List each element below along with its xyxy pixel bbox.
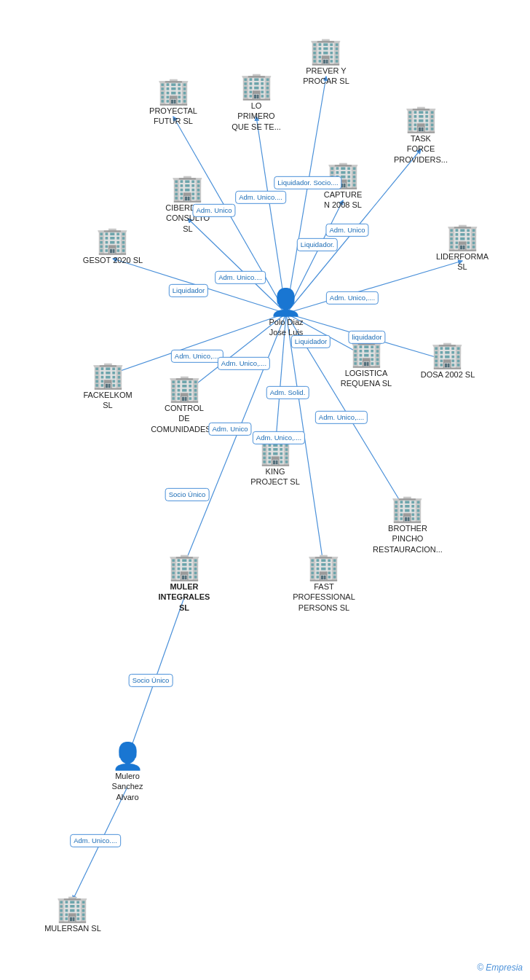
badge-adm-unico-4[interactable]: Adm. Unico....: [215, 270, 266, 284]
svg-line-0: [286, 77, 326, 313]
badge-label-10[interactable]: liquidador: [348, 331, 385, 344]
badge-adm-unico-9[interactable]: Adm. Unico: [208, 421, 251, 436]
building-icon-ciberdata: 🏢: [165, 175, 210, 201]
badge-liquidador-4[interactable]: liquidador: [348, 329, 385, 344]
node-liderforma[interactable]: 🏢 LIDERFORMA SL: [436, 224, 489, 273]
badge-label-8[interactable]: Adm. Unico,....: [326, 291, 379, 305]
badge-label-15[interactable]: Adm. Unico: [208, 423, 251, 436]
node-lo-primero[interactable]: 🏢 LO PRIMERO QUE SE TE...: [232, 73, 281, 132]
label-gesot-2020: GESOT 2020 SL: [83, 255, 143, 265]
badge-adm-unico-7[interactable]: Adm. Unico,....: [218, 356, 270, 370]
badge-label-11[interactable]: Adm. Unico,....: [171, 350, 224, 363]
badge-adm-unico-10[interactable]: Adm. Unico,....: [253, 430, 305, 444]
label-fast-professional: FAST PROFESSIONAL PERSONS SL: [293, 581, 355, 613]
node-mulero-sanchez[interactable]: 👤 Mulero Sanchez Alvaro: [111, 743, 144, 802]
person-icon-mulero: 👤: [111, 743, 144, 769]
label-liderforma: LIDERFORMA SL: [436, 251, 489, 273]
label-mulero-sanchez: Mulero Sanchez Alvaro: [111, 771, 144, 802]
badge-label-4[interactable]: Adm. Unico: [325, 224, 368, 237]
label-lo-primero: LO PRIMERO QUE SE TE...: [232, 101, 281, 132]
badge-label-6[interactable]: Adm. Unico....: [215, 271, 266, 284]
label-muler-integrales: MULER INTEGRALES SL: [159, 581, 210, 613]
node-task-force[interactable]: 🏢 TASK FORCE PROVIDERS...: [394, 106, 448, 165]
badge-label-14[interactable]: Adm. Unico,....: [315, 411, 368, 424]
badge-label-1[interactable]: Liquidador. Socio....: [274, 176, 341, 189]
graph-container: 👤 Polo Diaz Jose Luis 👤 Mulero Sanchez A…: [0, 0, 530, 980]
badge-adm-unico-8[interactable]: Adm. Unico,....: [315, 409, 368, 424]
building-icon-brother: 🏢: [373, 495, 443, 522]
badge-adm-unico-11[interactable]: Adm. Unico....: [70, 833, 121, 847]
node-polo-diaz[interactable]: 👤 Polo Diaz Jose Luis: [269, 289, 303, 338]
building-icon-prever: 🏢: [303, 38, 349, 64]
label-brother-pincho: BROTHER PINCHO RESTAURACION...: [373, 523, 443, 554]
building-icon-muler-red: 🏢: [159, 554, 210, 580]
building-icon-lo-primero: 🏢: [232, 73, 281, 99]
badge-label-7[interactable]: Liquidador: [169, 284, 208, 297]
badge-liquidador-1[interactable]: Liquidador.: [297, 237, 338, 251]
badge-label-13[interactable]: Adm. Solid.: [266, 386, 309, 399]
building-icon-task-force: 🏢: [394, 106, 448, 132]
node-proyectal-futur[interactable]: 🏢 PROYECTAL FUTUR SL: [149, 78, 197, 127]
badge-label-18[interactable]: Socio Único: [129, 674, 173, 687]
node-mulersan[interactable]: 🏢 MULERSAN SL: [44, 895, 101, 933]
badge-liquidador-socio[interactable]: Liquidador. Socio....: [274, 175, 341, 189]
node-fast-professional[interactable]: 🏢 FAST PROFESSIONAL PERSONS SL: [293, 554, 355, 613]
badge-label-9[interactable]: Liquidador: [291, 335, 331, 348]
badge-label-16[interactable]: Adm. Unico,....: [253, 431, 305, 444]
badge-adm-unico-3[interactable]: Adm. Unico: [325, 222, 368, 237]
label-task-force: TASK FORCE PROVIDERS...: [394, 133, 448, 165]
building-icon-liderforma: 🏢: [436, 224, 489, 250]
label-mulersan: MULERSAN SL: [44, 923, 101, 933]
building-icon-control: 🏢: [151, 375, 218, 401]
label-king-project: KING PROJECT SL: [250, 466, 300, 487]
node-gesot-2020[interactable]: 🏢 GESOT 2020 SL: [83, 227, 143, 265]
badge-label-2[interactable]: Adm. Unico....: [235, 191, 286, 204]
person-icon-polo: 👤: [269, 289, 303, 315]
building-icon-proyectal: 🏢: [149, 78, 197, 104]
node-logistica-requena[interactable]: 🏢 LOGISTICA REQUENA SL: [341, 340, 392, 389]
label-logistica-requena: LOGISTICA REQUENA SL: [341, 368, 392, 389]
watermark: © Empresia: [477, 963, 523, 973]
building-icon-dosa: 🏢: [421, 342, 475, 368]
node-control-comunidades[interactable]: 🏢 CONTROL DE COMUNIDADES...: [151, 375, 218, 434]
building-icon-fast: 🏢: [293, 554, 355, 580]
node-prever-procar[interactable]: 🏢 PREVER Y PROCAR SL: [303, 38, 349, 87]
badge-liquidador-2[interactable]: Liquidador: [169, 283, 208, 297]
node-muler-integrales[interactable]: 🏢 MULER INTEGRALES SL: [159, 554, 210, 613]
badge-label-3[interactable]: Adm. Unico: [192, 204, 235, 217]
badge-adm-unico-6[interactable]: Adm. Unico,....: [171, 348, 224, 363]
label-capture-2008: CAPTURE N 2008 SL: [324, 189, 363, 211]
building-icon-mulersan: 🏢: [44, 895, 101, 922]
label-dosa-2002: DOSA 2002 SL: [421, 369, 475, 380]
badge-adm-solid[interactable]: Adm. Solid.: [266, 385, 309, 399]
badge-label-17[interactable]: Socio Único: [165, 488, 210, 501]
badge-label-19[interactable]: Adm. Unico....: [70, 834, 121, 847]
badge-socio-unico-2[interactable]: Socio Único: [129, 673, 173, 687]
building-icon-gesot: 🏢: [83, 227, 143, 254]
node-brother-pincho[interactable]: 🏢 BROTHER PINCHO RESTAURACION...: [373, 495, 443, 554]
badge-adm-unico-1[interactable]: Adm. Unico....: [235, 189, 286, 204]
badge-label-5[interactable]: Liquidador.: [297, 238, 338, 251]
label-prever-procar: PREVER Y PROCAR SL: [303, 66, 349, 87]
label-control-comunidades: CONTROL DE COMUNIDADES...: [151, 403, 218, 434]
badge-adm-unico-2[interactable]: Adm. Unico: [192, 203, 235, 217]
building-icon-fackelkom: 🏢: [83, 362, 132, 388]
badge-liquidador-3[interactable]: Liquidador: [291, 334, 331, 348]
node-dosa-2002[interactable]: 🏢 DOSA 2002 SL: [421, 342, 475, 380]
node-fackelkom[interactable]: 🏢 FACKELKOM SL: [83, 362, 132, 411]
node-king-project[interactable]: 🏢 KING PROJECT SL: [250, 439, 300, 487]
badge-adm-unico-5[interactable]: Adm. Unico,....: [326, 290, 379, 305]
label-proyectal-futur: PROYECTAL FUTUR SL: [149, 106, 197, 127]
badge-socio-unico-1[interactable]: Socio Único: [165, 487, 210, 501]
label-fackelkom: FACKELKOM SL: [83, 390, 132, 411]
badge-label-12[interactable]: Adm. Unico,....: [218, 357, 270, 370]
